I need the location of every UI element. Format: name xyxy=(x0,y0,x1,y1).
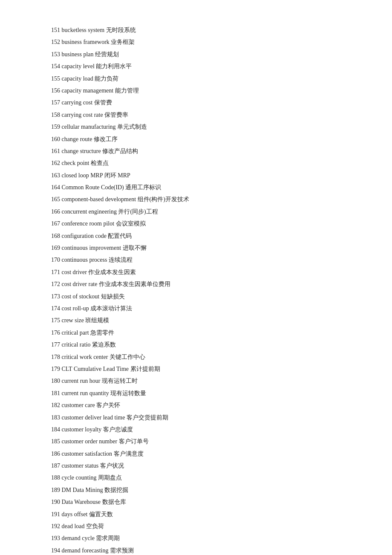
list-item: 194 demand forecasting 需求预测 xyxy=(51,546,341,555)
list-item: 193 demand cycle 需求周期 xyxy=(51,534,341,543)
list-item: 191 days offset 偏置天数 xyxy=(51,510,341,519)
list-item: 192 dead load 空负荷 xyxy=(51,522,341,531)
list-item: 152 business framework 业务框架 xyxy=(51,38,341,47)
list-item: 174 cost roll-up 成本滚动计算法 xyxy=(51,304,341,313)
list-item: 162 check point 检查点 xyxy=(51,159,341,168)
list-item: 153 business plan 经营规划 xyxy=(51,50,341,59)
list-item: 177 critical ratio 紧迫系数 xyxy=(51,340,341,350)
list-item: 171 cost driver 作业成本发生因素 xyxy=(51,268,341,277)
list-item: 179 CLT Cumulative Lead Time 累计提前期 xyxy=(51,364,341,374)
list-item: 165 component-based development 组件(构件)开发… xyxy=(51,195,341,204)
list-item: 163 closed loop MRP 闭环 MRP xyxy=(51,171,341,180)
list-item: 160 change route 修改工序 xyxy=(51,135,341,144)
list-item: 157 carrying cost 保管费 xyxy=(51,98,341,107)
list-item: 176 critical part 急需零件 xyxy=(51,328,341,338)
list-item: 184 customer loyalty 客户忠诚度 xyxy=(51,425,341,434)
list-item: 188 cycle counting 周期盘点 xyxy=(51,473,341,483)
list-item: 169 continuous improvement 进取不懈 xyxy=(51,243,341,253)
list-item: 178 critical work center 关键工作中心 xyxy=(51,353,341,362)
list-item: 161 change structure 修改产品结构 xyxy=(51,147,341,156)
list-item: 182 customer care 客户关怀 xyxy=(51,401,341,410)
list-item: 164 Common Route Code(ID) 通用工序标识 xyxy=(51,183,341,192)
list-item: 151 bucketless system 无时段系统 xyxy=(51,26,341,35)
list-item: 158 carrying cost rate 保管费率 xyxy=(51,110,341,120)
list-item: 175 crew size 班组规模 xyxy=(51,316,341,325)
list-item: 172 cost driver rate 作业成本发生因素单位费用 xyxy=(51,280,341,289)
list-item: 189 DM Data Mining 数据挖掘 xyxy=(51,486,341,495)
list-item: 181 current run quantity 现有运转数量 xyxy=(51,389,341,398)
list-item: 190 Data Warehouse 数据仓库 xyxy=(51,497,341,507)
list-item: 183 customer deliver lead time 客户交货提前期 xyxy=(51,413,341,422)
glossary-list: 151 bucketless system 无时段系统152 business … xyxy=(51,26,341,555)
list-item: 166 concurrent engineering 并行(同步)工程 xyxy=(51,207,341,217)
list-item: 168 configuration code 配置代码 xyxy=(51,231,341,241)
list-item: 156 capacity management 能力管理 xyxy=(51,86,341,95)
list-item: 167 conference room pilot 会议室模拟 xyxy=(51,219,341,228)
list-item: 180 current run hour 现有运转工时 xyxy=(51,376,341,386)
list-item: 173 cost of stockout 短缺损失 xyxy=(51,292,341,301)
list-item: 159 cellular manufacturing 单元式制造 xyxy=(51,122,341,132)
list-item: 185 customer order number 客户订单号 xyxy=(51,437,341,446)
list-item: 187 customer status 客户状况 xyxy=(51,461,341,471)
list-item: 170 continuous process 连续流程 xyxy=(51,255,341,265)
list-item: 155 capacity load 能力负荷 xyxy=(51,74,341,84)
list-item: 154 capacity level 能力利用水平 xyxy=(51,62,341,71)
list-item: 186 customer satisfaction 客户满意度 xyxy=(51,449,341,459)
